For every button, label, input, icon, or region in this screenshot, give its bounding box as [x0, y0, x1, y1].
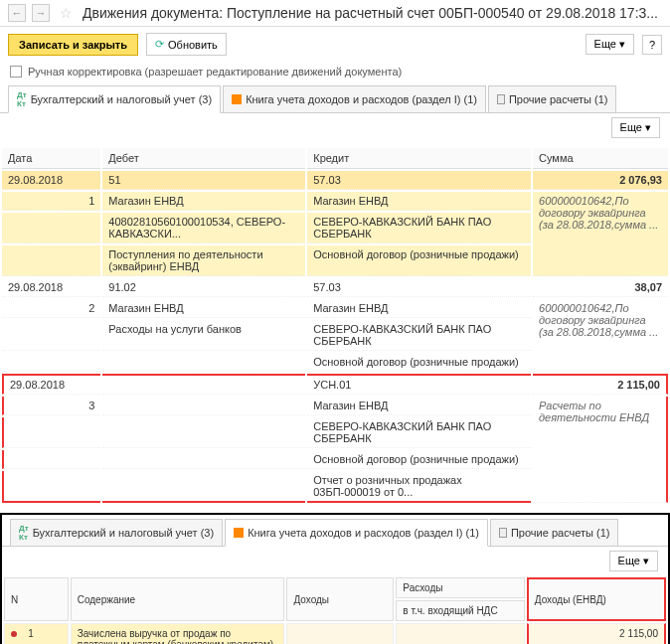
- refresh-label: Обновить: [168, 39, 218, 51]
- table-row[interactable]: 1 Магазин ЕНВД Магазин ЕНВД 600000010642…: [2, 192, 668, 211]
- help-button[interactable]: ?: [642, 35, 662, 55]
- more-button[interactable]: Еще ▾: [586, 34, 634, 55]
- th-income[interactable]: Доходы: [286, 577, 394, 621]
- nav-forward-button[interactable]: →: [32, 4, 50, 22]
- refresh-icon: ⟳: [155, 38, 164, 51]
- tab-label: Бухгалтерский и налоговый учет (3): [33, 527, 215, 539]
- tab-label: Бухгалтерский и налоговый учет (3): [31, 93, 213, 105]
- dtkt-icon: ДтКт: [19, 524, 29, 542]
- th-date[interactable]: Дата: [2, 148, 100, 169]
- th-income-envd[interactable]: Доходы (ЕНВД): [527, 577, 666, 621]
- tab-accounting-2[interactable]: ДтКт Бухгалтерский и налоговый учет (3): [10, 519, 223, 546]
- table-row[interactable]: 29.08.2018 91.02 57.03 38,07: [2, 278, 668, 297]
- doc-icon: [497, 94, 505, 104]
- manual-edit-label: Ручная корректировка (разрешает редактир…: [28, 66, 402, 78]
- tab-book-2[interactable]: Книга учета доходов и расходов (раздел I…: [225, 519, 488, 547]
- tab-label: Книга учета доходов и расходов (раздел I…: [248, 527, 479, 539]
- book-icon: [234, 528, 244, 538]
- refresh-button[interactable]: ⟳ Обновить: [146, 33, 227, 56]
- tab-accounting[interactable]: ДтКт Бухгалтерский и налоговый учет (3): [8, 85, 221, 113]
- tab-label: Прочие расчеты (1): [509, 93, 608, 105]
- th-content[interactable]: Содержание: [71, 577, 285, 621]
- row-marker-icon: [11, 631, 17, 637]
- tab-book[interactable]: Книга учета доходов и расходов (раздел I…: [223, 85, 486, 112]
- table2-more-button[interactable]: Еще ▾: [609, 551, 658, 571]
- dtkt-icon: ДтКт: [17, 90, 27, 108]
- nav-back-button[interactable]: ←: [8, 4, 26, 22]
- page-title: Движения документа: Поступление на расче…: [83, 5, 658, 21]
- book-table: N Содержание Доходы Расходы Доходы (ЕНВД…: [2, 575, 668, 644]
- table-row[interactable]: 2 Магазин ЕНВД Магазин ЕНВД 600000010642…: [2, 299, 668, 318]
- accounting-table: Дата Дебет Кредит Сумма 29.08.2018 51 57…: [0, 146, 670, 505]
- th-debit[interactable]: Дебет: [102, 148, 305, 169]
- table-row[interactable]: 29.08.2018 51 57.03 2 076,93: [2, 171, 668, 190]
- manual-edit-checkbox[interactable]: [10, 66, 22, 78]
- th-n[interactable]: N: [4, 577, 69, 621]
- table-row[interactable]: 1 Зачислена выручка от продаж по платежн…: [4, 623, 666, 644]
- tab-other-2[interactable]: Прочие расчеты (1): [490, 519, 619, 546]
- favorite-star-icon[interactable]: ☆: [60, 5, 73, 21]
- doc-icon: [499, 528, 507, 538]
- th-sum[interactable]: Сумма: [533, 148, 668, 169]
- table-more-button[interactable]: Еще ▾: [611, 117, 660, 138]
- table-row-highlighted[interactable]: 29.08.2018 УСН.01 2 115,00: [2, 374, 668, 395]
- th-expense[interactable]: Расходы: [396, 577, 524, 598]
- table-row-highlighted[interactable]: 3 Магазин ЕНВД Расчеты по деятельности Е…: [2, 397, 668, 415]
- tab-label: Прочие расчеты (1): [511, 527, 610, 539]
- th-vat[interactable]: в т.ч. входящий НДС: [396, 600, 524, 621]
- th-credit[interactable]: Кредит: [307, 148, 531, 169]
- tab-other[interactable]: Прочие расчеты (1): [488, 85, 617, 112]
- tabs-bottom: ДтКт Бухгалтерский и налоговый учет (3) …: [2, 515, 668, 547]
- tabs-top: ДтКт Бухгалтерский и налоговый учет (3) …: [0, 81, 670, 113]
- book-icon: [232, 94, 242, 104]
- tab-label: Книга учета доходов и расходов (раздел I…: [246, 93, 477, 105]
- save-close-button[interactable]: Записать и закрыть: [8, 34, 138, 56]
